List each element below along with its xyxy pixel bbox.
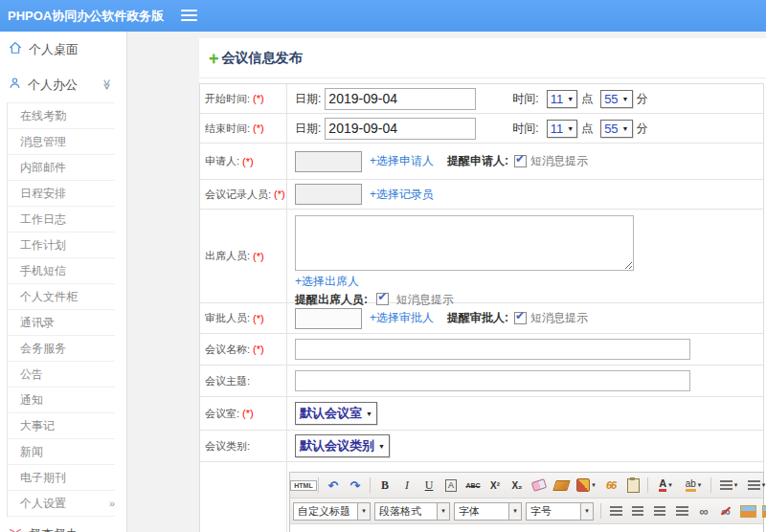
end-hour-select[interactable]: 11▼ bbox=[547, 120, 577, 138]
style-palette-button[interactable]: ▾ bbox=[573, 475, 599, 496]
meeting-name-input[interactable] bbox=[295, 339, 690, 360]
required-mark: (*) bbox=[253, 122, 264, 134]
ordered-list-button[interactable]: ▾ bbox=[715, 475, 742, 496]
sidebar-item-meeting-service[interactable]: 会务服务 bbox=[8, 336, 115, 362]
row-attendees: 出席人员:(*) +选择出席人 提醒出席人员: ✔ 短消息提示 bbox=[200, 210, 763, 303]
brush-icon bbox=[552, 480, 571, 491]
sidebar-item-desktop[interactable]: 个人桌面 bbox=[0, 32, 126, 67]
recorder-input[interactable] bbox=[295, 184, 362, 205]
strikethrough-button[interactable]: ABC bbox=[462, 475, 484, 496]
editor-toolbar-row1: HTML ↶ ↷ B I U A ABC X² X₂ ▾ bbox=[290, 473, 763, 499]
remind-label: 提醒审批人: bbox=[447, 310, 508, 326]
sidebar-item-file-cabinet[interactable]: 个人文件柜 bbox=[8, 284, 115, 310]
end-minute-select[interactable]: 55▼ bbox=[600, 120, 632, 138]
bold-button[interactable]: B bbox=[374, 475, 395, 496]
sidebar-item-supervision[interactable]: 督查督办 » bbox=[0, 517, 126, 532]
sidebar: 个人桌面 个人办公 ≫ 在线考勤 消息管理 内部邮件 日程安排 工作日志 工作计… bbox=[0, 32, 127, 532]
meeting-type-select[interactable]: 默认会议类别▼ bbox=[295, 434, 390, 457]
align-left-button[interactable] bbox=[605, 500, 626, 521]
sms-remind-checkbox[interactable]: ✔ bbox=[376, 293, 389, 305]
html-source-button[interactable]: HTML bbox=[293, 475, 314, 496]
start-hour-select[interactable]: 11▼ bbox=[547, 90, 577, 108]
required-mark: (*) bbox=[242, 408, 254, 419]
start-minute-select[interactable]: 55▼ bbox=[600, 90, 632, 108]
sidebar-item-announcement[interactable]: 公告 bbox=[8, 362, 115, 388]
meeting-topic-input[interactable] bbox=[295, 370, 690, 391]
attendees-textarea[interactable] bbox=[295, 215, 634, 271]
choose-recorder-link[interactable]: +选择记录员 bbox=[370, 187, 434, 203]
sidebar-item-work-log[interactable]: 工作日志 bbox=[8, 207, 115, 233]
minute-suffix: 分 bbox=[637, 121, 648, 137]
justify-button[interactable] bbox=[671, 500, 692, 521]
approver-input[interactable] bbox=[295, 308, 362, 329]
sidebar-item-notice[interactable]: 通知 bbox=[8, 388, 115, 413]
sidebar-item-contacts[interactable]: 通讯录 bbox=[8, 310, 115, 336]
editor-toolbar-row2: 自定义标题▾ 段落格式▾ 字体▾ 字号▾ ∞ ∞ bbox=[290, 499, 763, 524]
sidebar-item-news[interactable]: 新闻 bbox=[8, 439, 115, 465]
subscript-button[interactable]: X₂ bbox=[507, 475, 528, 496]
sidebar-item-personal-office[interactable]: 个人办公 ≫ bbox=[0, 67, 126, 102]
underline-button[interactable]: U bbox=[418, 475, 439, 496]
align-center-button[interactable] bbox=[627, 500, 648, 521]
choose-applicant-link[interactable]: +选择申请人 bbox=[370, 153, 434, 169]
row-applicant: 申请人:(*) +选择申请人 提醒申请人: ✔ 短消息提示 bbox=[200, 144, 763, 180]
choose-attendees-link[interactable]: +选择出席人 bbox=[295, 275, 359, 288]
sidebar-item-messages[interactable]: 消息管理 bbox=[8, 129, 115, 155]
row-meeting-name: 会议名称:(*) bbox=[200, 334, 763, 366]
sidebar-item-internal-mail[interactable]: 内部邮件 bbox=[8, 155, 115, 181]
image-icon bbox=[740, 505, 756, 518]
upload-image-button[interactable] bbox=[759, 500, 766, 521]
dropdown-arrow-icon: ▾ bbox=[698, 481, 702, 489]
sidebar-item-work-plan[interactable]: 工作计划 bbox=[8, 233, 115, 258]
sidebar-item-settings[interactable]: 个人设置 » bbox=[8, 491, 115, 517]
align-left-icon bbox=[610, 506, 622, 516]
sidebar-item-schedule[interactable]: 日程安排 bbox=[8, 181, 115, 207]
editor-content-area[interactable] bbox=[290, 524, 763, 532]
applicant-input[interactable] bbox=[295, 151, 362, 172]
dropdown-arrow-icon: ▾ bbox=[438, 502, 450, 521]
font-family-dropdown[interactable]: 字体▾ bbox=[454, 502, 522, 521]
paragraph-format-dropdown[interactable]: 段落格式▾ bbox=[374, 502, 450, 521]
meeting-room-select[interactable]: 默认会议室▼ bbox=[295, 402, 377, 425]
date-label: 日期: bbox=[295, 91, 321, 107]
checkbox-label: 短消息提示 bbox=[530, 153, 588, 169]
rich-text-editor: HTML ↶ ↷ B I U A ABC X² X₂ ▾ bbox=[289, 472, 764, 532]
heading-dropdown[interactable]: 自定义标题▾ bbox=[293, 502, 371, 521]
remove-format-button[interactable] bbox=[529, 475, 550, 496]
align-right-button[interactable] bbox=[649, 500, 670, 521]
undo-button[interactable]: ↶ bbox=[323, 475, 344, 496]
start-date-input[interactable] bbox=[325, 88, 476, 110]
required-mark: (*) bbox=[242, 156, 254, 167]
sidebar-item-sms[interactable]: 手机短信 bbox=[8, 258, 115, 284]
insert-link-button[interactable]: ∞ bbox=[693, 500, 714, 521]
format-brush-button[interactable] bbox=[551, 475, 572, 496]
dropdown-arrow-icon: ▾ bbox=[734, 481, 738, 489]
font-color-button[interactable]: A▾ bbox=[652, 475, 679, 496]
paste-button[interactable] bbox=[622, 475, 643, 496]
row-start-time: 开始时间:(*) 日期: 时间: 11▼ 点 55▼ 分 bbox=[200, 84, 763, 114]
sidebar-item-attendance[interactable]: 在线考勤 bbox=[8, 102, 115, 129]
end-date-input[interactable] bbox=[325, 118, 476, 140]
field-label: 出席人员: bbox=[205, 249, 250, 263]
redo-button[interactable]: ↷ bbox=[345, 475, 366, 496]
font-size-dropdown[interactable]: 字号▾ bbox=[526, 502, 594, 521]
app-title: PHPOA协同办公软件政务版 bbox=[0, 0, 164, 32]
unordered-list-button[interactable]: ▾ bbox=[743, 475, 766, 496]
sms-remind-checkbox[interactable]: ✔ bbox=[514, 312, 527, 324]
highlight-color-button[interactable]: ab▾ bbox=[680, 475, 707, 496]
remove-link-button[interactable]: ∞ bbox=[715, 500, 736, 521]
sidebar-item-events[interactable]: 大事记 bbox=[8, 413, 115, 439]
home-icon bbox=[9, 41, 22, 57]
italic-button[interactable]: I bbox=[396, 475, 417, 496]
top-bar: PHPOA协同办公软件政务版 bbox=[0, 0, 766, 32]
sidebar-item-e-journal[interactable]: 电子期刊 bbox=[8, 465, 115, 491]
blockquote-button[interactable]: 66 bbox=[600, 475, 621, 496]
select-arrow-icon: ▼ bbox=[622, 96, 629, 102]
choose-approver-link[interactable]: +选择审批人 bbox=[370, 310, 434, 326]
format-box-button[interactable]: A bbox=[440, 475, 462, 496]
sms-remind-checkbox[interactable]: ✔ bbox=[514, 155, 527, 167]
insert-image-button[interactable] bbox=[737, 500, 758, 521]
hamburger-menu-icon[interactable] bbox=[181, 10, 197, 22]
superscript-button[interactable]: X² bbox=[484, 475, 506, 496]
select-arrow-icon: ▼ bbox=[622, 125, 629, 132]
